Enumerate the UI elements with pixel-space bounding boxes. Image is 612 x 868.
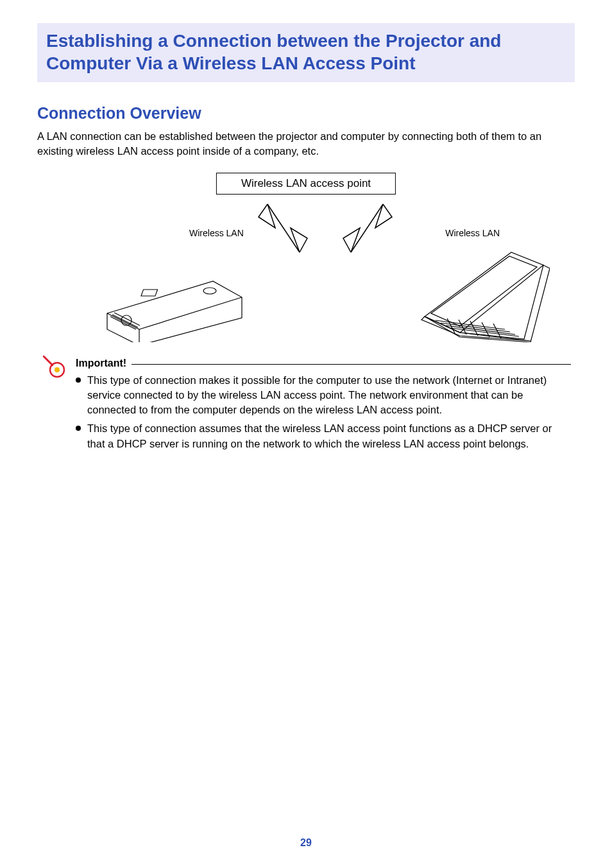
sub-heading: Connection Overview [37, 104, 575, 123]
wlan-label-left: Wireless LAN [189, 228, 244, 238]
bullet-item: This type of connection assumes that the… [76, 421, 571, 451]
projector-icon [107, 281, 242, 342]
main-heading-box: Establishing a Connection between the Pr… [37, 23, 575, 82]
important-block: Important! This type of connection makes… [37, 358, 575, 451]
svg-point-10 [203, 288, 216, 294]
arrow-left-icon [259, 204, 307, 252]
svg-point-26 [55, 367, 60, 372]
svg-marker-13 [431, 256, 537, 326]
important-bullets: This type of connection makes it possibl… [76, 373, 571, 451]
page-number: 29 [0, 837, 612, 849]
diagram-svg [62, 169, 550, 342]
important-header: Important! [76, 358, 571, 369]
svg-marker-15 [421, 317, 531, 341]
access-point-label: Wireless LAN access point [216, 173, 396, 195]
svg-rect-11 [141, 290, 158, 296]
svg-line-3 [107, 313, 139, 329]
important-rule [132, 364, 571, 365]
page: Establishing a Connection between the Pr… [0, 0, 612, 868]
laptop-icon [421, 252, 550, 342]
arrow-right-icon [343, 204, 392, 252]
connection-diagram: Wireless LAN access point Wireless LAN W… [62, 169, 550, 342]
important-label: Important! [76, 358, 126, 369]
main-heading: Establishing a Connection between the Pr… [46, 30, 566, 74]
svg-line-18 [446, 326, 515, 334]
important-icon [41, 354, 65, 381]
svg-line-1 [351, 204, 383, 252]
svg-marker-2 [107, 281, 242, 342]
wlan-label-right: Wireless LAN [445, 228, 500, 238]
intro-text: A LAN connection can be established betw… [37, 129, 575, 159]
svg-marker-12 [425, 252, 543, 333]
svg-line-7 [110, 317, 136, 329]
svg-line-4 [139, 297, 242, 329]
bullet-item: This type of connection makes it possibl… [76, 373, 571, 417]
svg-line-0 [268, 204, 300, 252]
